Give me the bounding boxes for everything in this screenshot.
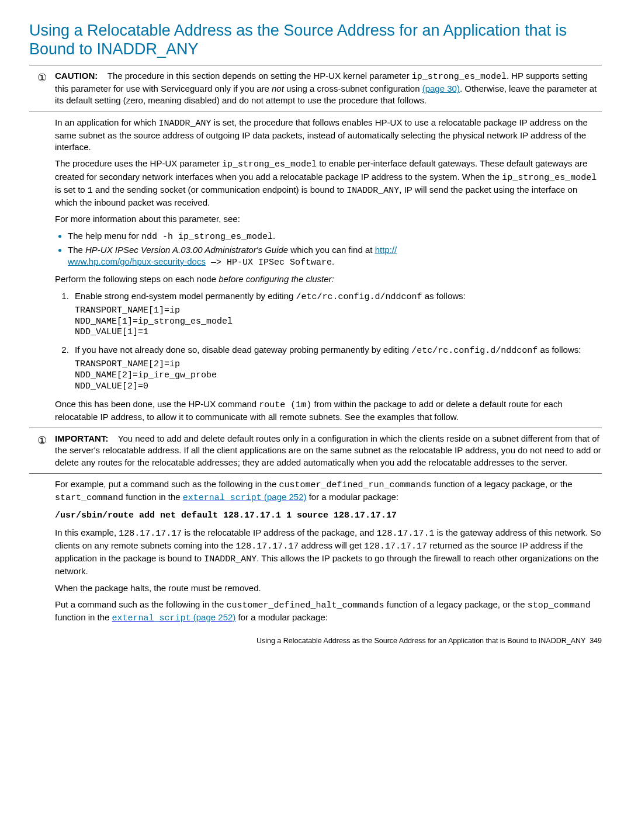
step-1: Enable strong end-system model permanent… [71, 290, 602, 339]
p9-link[interactable]: external_script (page 252) [112, 612, 236, 622]
footer-title: Using a Relocatable Address as the Sourc… [256, 637, 585, 645]
p5-c: route (1m) [259, 400, 311, 410]
bul2-link1[interactable]: http:// [375, 245, 397, 255]
p2-c: is set to [55, 185, 88, 195]
p4-a: Perform the following steps on each node [55, 274, 219, 284]
body-block-2: For example, put a command such as the f… [55, 478, 602, 625]
p5-a: Once this has been done, use the HP-UX c… [55, 399, 259, 409]
p6-link[interactable]: external_script (page 252) [183, 492, 307, 502]
step1-code: TRANSPORT_NAME[1]=ip NDD_NAME[1]=ip_stro… [75, 306, 602, 338]
p4-i: before configuring the cluster: [219, 274, 334, 284]
p6-d: for a modular package: [307, 492, 399, 502]
bul2-d: . [332, 256, 334, 266]
p9-link-text: external_script [112, 613, 191, 623]
caution-icon: ① [29, 70, 55, 85]
p2-a: The procedure uses the HP-UX parameter [55, 158, 222, 168]
p9-a: Put a command such as the following in t… [55, 599, 227, 609]
caution-code1: ip_strong_es_model [412, 72, 507, 82]
p9-c2: stop_command [528, 601, 591, 610]
p7-c5: INADDR_ANY [204, 554, 256, 564]
step1-b: as follows: [422, 291, 466, 301]
paragraph-3: For more information about this paramete… [55, 213, 602, 225]
p6-b: function of a legacy package, or the [432, 479, 573, 489]
important-label: IMPORTANT: [55, 433, 108, 443]
bul1-c: ndd -h ip_strong_es_model [141, 232, 273, 242]
caution-t3: using a cross-subnet configuration [284, 84, 422, 93]
paragraph-6: For example, put a command such as the f… [55, 478, 602, 505]
bul2-b: which you can find at [288, 245, 375, 255]
paragraph-4: Perform the following steps on each node… [55, 273, 602, 285]
step-2: If you have not already done so, disable… [71, 344, 602, 393]
p7-a: In this example, [55, 527, 119, 537]
paragraph-2: The procedure uses the HP-UX parameter i… [55, 158, 602, 209]
page-footer: Using a Relocatable Address as the Sourc… [29, 636, 602, 646]
bul1-a: The help menu for [68, 231, 141, 241]
p9-c: function in the [55, 612, 112, 622]
p7-c4: 128.17.17.17 [364, 542, 427, 551]
p7-c3: 128.17.17.17 [235, 542, 299, 551]
caution-link1[interactable]: (page 30) [422, 84, 460, 93]
p9-b: function of a legacy package, or the [384, 599, 528, 609]
p1-c: INADDR_ANY [159, 119, 212, 129]
step2-a: If you have not already done so, disable… [75, 345, 411, 355]
p9-page: (page 252) [191, 612, 236, 622]
p2-c4: INADDR_ANY [346, 186, 399, 196]
rule-before-important [29, 428, 602, 428]
step2-b: as follows: [538, 345, 581, 355]
p6-c2: start_command [55, 493, 123, 503]
p2-c3: 1 [88, 186, 93, 196]
step1-a: Enable strong end-system model permanent… [75, 291, 296, 301]
p2-c1: ip_strong_es_model [222, 159, 317, 169]
paragraph-8: When the package halts, the route must b… [55, 582, 602, 594]
p6-link-text: external_script [183, 493, 262, 503]
page-heading: Using a Relocatable Address as the Sourc… [29, 21, 602, 59]
p7-b: is the relocatable IP address of the pac… [182, 527, 376, 537]
bul2-link2[interactable]: www.hp.com/go/hpux-security-docs [68, 256, 206, 266]
rule-after-caution [29, 112, 602, 112]
bullet-list: The help menu for ndd -h ip_strong_es_mo… [55, 230, 602, 269]
p6-page: (page 252) [262, 492, 307, 502]
important-text: IMPORTANT: You need to add and delete de… [55, 433, 602, 468]
p6-c1: customer_defined_run_commands [279, 480, 432, 490]
p2-d: and the sending socket (or communication… [93, 185, 346, 195]
step2-c: /etc/rc.config.d/nddconf [411, 346, 538, 356]
important-body: You need to add and delete default route… [55, 433, 601, 467]
footer-pagenum: 349 [590, 637, 602, 645]
p6-c: function in the [123, 492, 183, 502]
step1-c: /etc/rc.config.d/nddconf [296, 292, 422, 302]
caution-text: CAUTION: The procedure in this section d… [55, 70, 602, 107]
paragraph-9: Put a command such as the following in t… [55, 599, 602, 625]
paragraph-5: Once this has been done, use the HP-UX c… [55, 398, 602, 424]
steps-list: Enable strong end-system model permanent… [55, 290, 602, 393]
bul2-i: HP-UX IPSec Version A.03.00 Administrato… [85, 245, 288, 255]
body-block-1: In an application for which INADDR_ANY i… [55, 117, 602, 424]
caution-t1: The procedure in this section depends on… [108, 71, 412, 81]
bul1-b: . [273, 231, 275, 241]
bul2-c: —> HP-UX IPSec Software [206, 258, 332, 268]
bul2-a: The [68, 245, 85, 255]
p2-c2: ip_strong_es_model [502, 173, 597, 183]
caution-callout: ① CAUTION: The procedure in this section… [29, 70, 602, 107]
bullet-1: The help menu for ndd -h ip_strong_es_mo… [68, 230, 602, 243]
p7-c2: 128.17.17.1 [377, 529, 435, 539]
important-callout: ① IMPORTANT: You need to add and delete … [29, 433, 602, 468]
rule-after-important [29, 473, 602, 474]
paragraph-7: In this example, 128.17.17.17 is the rel… [55, 527, 602, 578]
p7-d: address will get [299, 540, 364, 550]
command-line: /usr/sbin/route add net default 128.17.1… [55, 511, 397, 520]
p1-a: In an application for which [55, 117, 159, 127]
important-icon: ① [29, 433, 55, 447]
p6-a: For example, put a command such as the f… [55, 479, 279, 489]
caution-label: CAUTION: [55, 71, 98, 81]
p9-d: for a modular package: [235, 612, 328, 622]
step2-code: TRANSPORT_NAME[2]=ip NDD_NAME[2]=ip_ire_… [75, 359, 602, 392]
paragraph-1: In an application for which INADDR_ANY i… [55, 117, 602, 154]
p7-c1: 128.17.17.17 [119, 529, 182, 539]
rule-top [29, 65, 602, 65]
caution-t2i: not [272, 84, 284, 93]
bullet-2: The HP-UX IPSec Version A.03.00 Administ… [68, 244, 602, 269]
p9-c1: customer_defined_halt_commands [227, 601, 384, 610]
